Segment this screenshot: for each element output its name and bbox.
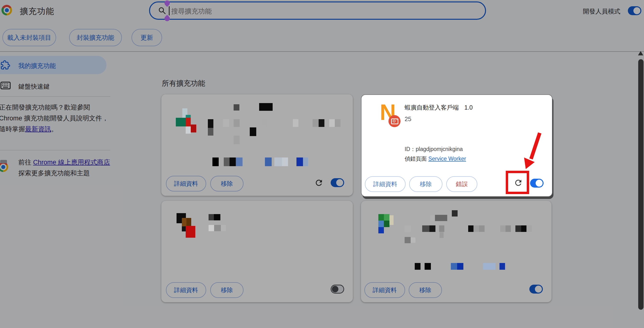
redacted-block — [230, 158, 236, 166]
redacted-block — [236, 158, 242, 166]
redacted-block — [440, 232, 444, 238]
redacted-block — [404, 237, 411, 243]
redacted-block — [312, 119, 319, 127]
redacted-block — [430, 215, 435, 220]
redacted-block — [250, 128, 256, 136]
redacted-block — [390, 215, 394, 225]
redacted-block — [500, 263, 505, 270]
redacted-block — [191, 124, 196, 132]
redacted-block — [384, 214, 390, 220]
redacted-block — [500, 226, 506, 232]
redacted-block — [411, 238, 416, 243]
service-worker-link[interactable]: Service Worker — [428, 156, 466, 162]
redacted-block — [282, 158, 288, 166]
redacted-block — [468, 226, 474, 232]
extension-logo-badge-camera-icon — [388, 115, 400, 127]
extensions-page: 擴充功能 開發人員模式 載入未封裝項目 封裝擴充功能 更新 我的擴充功能 鍵盤快 — [0, 0, 644, 328]
annotation-red-arrow — [511, 130, 549, 176]
redacted-block — [212, 158, 219, 166]
redacted-block — [208, 128, 214, 136]
redacted-block — [186, 126, 191, 134]
redacted-block — [265, 158, 272, 166]
redacted-block — [234, 136, 240, 144]
redacted-block — [378, 220, 384, 227]
redacted-block — [186, 118, 191, 126]
redacted-block — [384, 220, 390, 227]
scrollbar-thumb[interactable] — [638, 59, 644, 310]
redacted-block — [208, 225, 214, 231]
redacted-block — [404, 226, 411, 232]
redacted-block — [516, 226, 521, 232]
redacted-block — [223, 119, 229, 127]
redacted-block — [296, 158, 303, 166]
remove-button[interactable]: 移除 — [409, 176, 442, 192]
extension-name: 蝦廣自動登入客戶端 1.0 — [404, 104, 473, 112]
redacted-block — [293, 119, 298, 127]
extension-subtitle: 25 — [404, 116, 411, 122]
scrollbar-up-arrow[interactable] — [638, 51, 643, 56]
redacted-block — [479, 226, 484, 232]
redacted-block — [378, 214, 384, 220]
redacted-block — [415, 263, 420, 270]
redacted-block — [452, 210, 458, 216]
redacted-block — [430, 226, 436, 232]
inspect-views-label: 偵錯頁面 — [404, 156, 427, 162]
redacted-block — [451, 263, 457, 270]
extension-id: ID：plagdjpomjcnikgina — [404, 146, 474, 153]
redacted-block — [221, 225, 226, 231]
redacted-block — [224, 158, 230, 166]
redacted-block — [259, 103, 273, 111]
extension-version: 1.0 — [464, 104, 473, 111]
redacted-block — [274, 158, 282, 166]
redacted-block — [435, 215, 447, 221]
redacted-block — [483, 263, 496, 270]
redacted-block — [234, 104, 240, 110]
errors-button[interactable]: 錯誤 — [446, 176, 477, 192]
redacted-block — [208, 214, 214, 220]
redacted-block — [303, 158, 308, 166]
redacted-block — [176, 118, 186, 126]
redacted-block — [329, 119, 335, 127]
extension-name-text: 蝦廣自動登入客戶端 — [404, 104, 459, 111]
redacted-block — [422, 226, 430, 232]
redacted-block — [457, 263, 463, 270]
redacted-block — [335, 119, 340, 127]
redacted-block — [214, 214, 220, 220]
redacted-block — [378, 227, 384, 233]
redacted-block — [506, 226, 511, 232]
redacted-block — [439, 226, 444, 232]
extension-toggle[interactable] — [530, 179, 544, 188]
redacted-block — [260, 119, 266, 127]
redacted-block — [186, 226, 195, 238]
redacted-block — [424, 263, 431, 270]
redacted-block — [234, 119, 240, 127]
details-button[interactable]: 詳細資料 — [365, 176, 406, 192]
redacted-block — [182, 226, 186, 232]
redacted-block — [186, 218, 191, 226]
redacted-block — [474, 226, 479, 232]
extension-card-highlighted: N 蝦廣自動登入客戶端 1.0 25 ID：plagdjpomjcnikgina… — [361, 94, 552, 197]
redacted-block — [208, 119, 214, 128]
inspect-views-row: 偵錯頁面 Service Worker — [404, 155, 466, 162]
redacted-block — [526, 226, 532, 232]
redacted-block — [521, 226, 526, 232]
redacted-block — [214, 225, 221, 231]
redacted-block — [319, 119, 324, 127]
